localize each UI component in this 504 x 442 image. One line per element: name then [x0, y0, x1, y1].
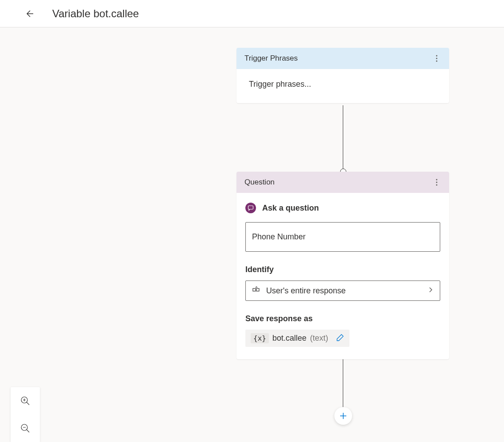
identify-select[interactable]: User's entire response	[245, 281, 440, 301]
save-response-label: Save response as	[245, 314, 440, 323]
connector-line	[343, 105, 343, 172]
svg-point-0	[436, 55, 438, 57]
trigger-header-label: Trigger Phrases	[244, 54, 298, 63]
zoom-out-icon	[20, 423, 30, 433]
page-title: Variable bot.callee	[52, 8, 139, 20]
entity-icon	[252, 286, 260, 296]
svg-point-5	[436, 184, 438, 186]
zoom-out-button[interactable]	[11, 415, 40, 442]
zoom-in-button[interactable]	[11, 387, 40, 415]
ask-question-row: Ask a question	[245, 203, 440, 213]
variable-type: (text)	[310, 334, 328, 343]
question-header-label: Question	[244, 178, 275, 187]
svg-point-3	[436, 179, 438, 181]
svg-point-4	[436, 182, 438, 183]
back-arrow-icon	[25, 8, 35, 19]
question-icon	[245, 203, 256, 213]
chevron-right-icon	[427, 287, 434, 295]
question-text-input[interactable]	[245, 222, 440, 252]
pencil-icon	[336, 334, 344, 342]
add-node-button[interactable]	[334, 407, 352, 425]
more-vertical-icon	[436, 179, 438, 186]
flow-canvas[interactable]: Trigger Phrases Trigger phrases... Quest…	[0, 27, 504, 442]
plus-icon	[339, 412, 347, 420]
question-body: Ask a question Identify User's entire re…	[236, 193, 449, 359]
trigger-phrases-node[interactable]: Trigger Phrases Trigger phrases...	[236, 48, 449, 103]
variable-badge-icon: {x}	[251, 333, 269, 343]
zoom-controls	[11, 387, 40, 442]
question-more-button[interactable]	[432, 177, 441, 188]
trigger-more-button[interactable]	[432, 53, 441, 64]
variable-name: bot.callee	[272, 334, 306, 343]
svg-point-1	[436, 58, 438, 59]
identify-label: Identify	[245, 265, 440, 274]
zoom-in-icon	[20, 396, 30, 406]
question-node-header: Question	[236, 172, 449, 193]
trigger-node-header: Trigger Phrases	[236, 48, 449, 69]
svg-rect-8	[256, 288, 259, 291]
page-header: Variable bot.callee	[0, 0, 504, 27]
svg-rect-6	[248, 206, 253, 209]
variable-chip[interactable]: {x} bot.callee (text)	[245, 330, 349, 347]
ask-question-label: Ask a question	[262, 204, 319, 213]
identify-value: User's entire response	[266, 286, 346, 296]
svg-point-2	[436, 61, 438, 62]
question-node[interactable]: Question Ask a question Identify	[236, 172, 449, 359]
connector-line	[343, 359, 343, 416]
back-button[interactable]	[22, 6, 38, 22]
svg-rect-7	[253, 288, 256, 291]
edit-variable-button[interactable]	[336, 334, 344, 343]
more-vertical-icon	[436, 55, 438, 62]
trigger-body[interactable]: Trigger phrases...	[236, 69, 449, 103]
